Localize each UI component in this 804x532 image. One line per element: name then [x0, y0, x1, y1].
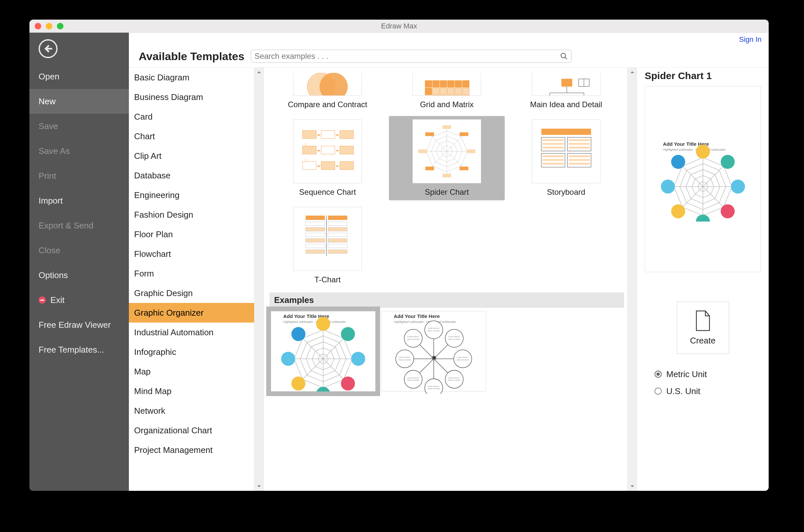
template-item[interactable]: Spider Chart: [389, 116, 505, 200]
svg-text:Lorem ipsum: Lorem ipsum: [428, 327, 439, 329]
category-item[interactable]: Basic Diagram: [129, 68, 254, 87]
scroll-up-icon[interactable]: [255, 68, 263, 77]
svg-rect-77: [542, 159, 564, 161]
examples-row: Add Your Title HereHighlighted subheader…: [270, 308, 624, 393]
sidebar-item-open[interactable]: Open: [30, 64, 129, 89]
svg-rect-52: [467, 149, 476, 153]
svg-rect-13: [455, 88, 462, 95]
example-item[interactable]: Add Your Title HereHighlighted subheader…: [381, 311, 486, 392]
category-item[interactable]: Fashion Design: [129, 205, 254, 225]
category-scrollbar[interactable]: [254, 68, 263, 491]
close-window-button[interactable]: [35, 23, 41, 30]
svg-rect-60: [418, 149, 427, 153]
category-item[interactable]: Database: [129, 166, 254, 185]
search-input[interactable]: [255, 52, 560, 61]
sidebar-item-options[interactable]: Options: [30, 263, 129, 288]
template-item[interactable]: Storyboard: [508, 116, 624, 200]
category-item[interactable]: Mind Map: [129, 381, 254, 401]
template-item[interactable]: Grid and Matrix: [389, 70, 505, 113]
svg-text:dolor sit amet: dolor sit amet: [457, 359, 469, 361]
svg-rect-71: [542, 147, 564, 149]
template-item[interactable]: Main Idea and Detail: [508, 70, 624, 113]
category-item[interactable]: Card: [129, 107, 254, 127]
svg-text:Lorem ipsum: Lorem ipsum: [448, 377, 460, 379]
svg-rect-76: [568, 159, 590, 161]
svg-rect-68: [568, 143, 590, 145]
unit-radio[interactable]: U.S. Unit: [655, 383, 761, 400]
svg-point-107: [351, 352, 365, 366]
svg-text:Lorem ipsum: Lorem ipsum: [407, 377, 419, 379]
svg-rect-89: [328, 239, 347, 242]
category-item[interactable]: Infographic: [129, 342, 254, 362]
svg-rect-56: [442, 173, 451, 177]
back-button[interactable]: [39, 39, 58, 58]
template-label: Sequence Chart: [299, 187, 356, 197]
category-item[interactable]: Project Management: [129, 440, 254, 460]
sidebar-item-new[interactable]: New: [30, 89, 129, 114]
svg-rect-87: [328, 233, 347, 236]
create-button[interactable]: Create: [677, 302, 729, 354]
svg-rect-54: [460, 167, 469, 170]
svg-rect-27: [321, 130, 335, 138]
category-item[interactable]: Organizational Chart: [129, 421, 254, 440]
radio-icon: [655, 370, 662, 378]
category-item[interactable]: Clip Art: [129, 146, 254, 166]
svg-rect-58: [425, 167, 434, 170]
svg-rect-39: [321, 162, 335, 170]
svg-line-61: [431, 136, 447, 151]
svg-marker-30: [317, 133, 321, 136]
minimize-window-button[interactable]: [46, 23, 52, 30]
category-item[interactable]: Flowchart: [129, 244, 254, 264]
template-item[interactable]: Compare and Contract: [270, 70, 386, 113]
template-label: Storyboard: [547, 187, 585, 197]
category-item[interactable]: Map: [129, 362, 254, 381]
sidebar-item-import[interactable]: Import: [30, 188, 129, 213]
sidebar-item-save[interactable]: Save: [30, 114, 129, 138]
scroll-down-icon[interactable]: [255, 482, 263, 491]
template-item[interactable]: T-Chart: [270, 204, 386, 288]
main-area: Sign In Available Templates Basic Diagra…: [129, 33, 769, 491]
window-title: Edraw Max: [30, 22, 769, 31]
example-item[interactable]: Add Your Title HereHighlighted subheader…: [271, 311, 376, 392]
search-box[interactable]: [251, 50, 571, 63]
template-label: Grid and Matrix: [420, 100, 474, 110]
scroll-up-icon[interactable]: [628, 68, 637, 77]
scroll-down-icon[interactable]: [628, 482, 637, 491]
sidebar-item-free-edraw-viewer[interactable]: Free Edraw Viewer: [30, 312, 129, 337]
category-item[interactable]: Graphic Organizer: [129, 303, 254, 323]
sidebar-item-exit[interactable]: Exit: [30, 288, 129, 312]
template-gallery-pane: Compare and ContractGrid and Matrix Main…: [263, 68, 637, 491]
category-item[interactable]: Floor Plan: [129, 225, 254, 244]
sidebar-item-export-send[interactable]: Export & Send: [30, 213, 129, 238]
maximize-window-button[interactable]: [57, 23, 63, 30]
svg-rect-63: [541, 129, 591, 135]
category-pane: Basic DiagramBusiness DiagramCardChartCl…: [129, 68, 263, 491]
category-item[interactable]: Business Diagram: [129, 87, 254, 107]
svg-point-109: [341, 377, 355, 391]
sidebar-item-free-templates-[interactable]: Free Templates...: [30, 337, 129, 362]
category-item[interactable]: Engineering: [129, 185, 254, 205]
svg-rect-28: [340, 130, 353, 138]
svg-rect-86: [306, 233, 325, 236]
category-item[interactable]: Industrial Automation: [129, 323, 254, 342]
svg-rect-75: [542, 155, 564, 157]
arrow-left-icon: [43, 44, 53, 54]
gallery-scrollbar[interactable]: [627, 68, 637, 491]
create-button-label: Create: [690, 336, 715, 346]
sidebar-item-save-as[interactable]: Save As: [30, 138, 129, 164]
sidebar-item-close[interactable]: Close: [30, 238, 129, 263]
unit-radio[interactable]: Metric Unit: [655, 366, 761, 383]
template-thumbnail: [532, 73, 601, 96]
category-item[interactable]: Form: [129, 264, 254, 283]
category-item[interactable]: Chart: [129, 127, 254, 146]
svg-rect-9: [425, 88, 432, 95]
category-item[interactable]: Graphic Design: [129, 283, 254, 303]
examples-heading: Examples: [270, 292, 624, 308]
sign-in-link[interactable]: Sign In: [739, 35, 762, 44]
sidebar-item-print[interactable]: Print: [30, 164, 129, 188]
svg-text:Highlighted subheader - Highli: Highlighted subheader - Highlighted subh…: [283, 320, 346, 324]
category-item[interactable]: Network: [129, 401, 254, 421]
template-item[interactable]: Sequence Chart: [270, 116, 386, 200]
svg-rect-20: [462, 95, 469, 96]
svg-rect-88: [306, 239, 325, 242]
